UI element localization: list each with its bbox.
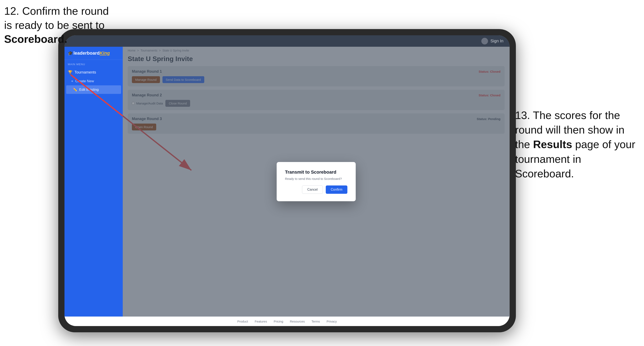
annotation-step13: 13. The scores for the round will then s… — [515, 108, 636, 181]
footer-features[interactable]: Features — [254, 320, 267, 323]
logo-leaderboard: leaderboard — [74, 50, 100, 56]
tournaments-label: Tournaments — [74, 70, 96, 75]
main-menu-label: MAIN MENU — [64, 60, 123, 67]
plus-icon: + — [71, 79, 73, 83]
footer-terms[interactable]: Terms — [312, 320, 320, 323]
avatar — [481, 38, 488, 44]
confirm-button[interactable]: Confirm — [326, 185, 348, 194]
dialog-title: Transmit to Scoreboard — [285, 170, 348, 175]
app-container: Sign In 🎓 leaderboard King MAIN MENU — [64, 35, 510, 326]
footer: Product Features Pricing Resources Terms… — [64, 317, 510, 326]
sidebar: 🎓 leaderboard King MAIN MENU 🏆 Tournamen… — [64, 47, 123, 317]
sidebar-item-create-new[interactable]: + Create New — [64, 77, 123, 85]
top-bar: Sign In — [64, 35, 510, 47]
footer-privacy[interactable]: Privacy — [326, 320, 337, 323]
create-new-label: Create New — [75, 79, 94, 83]
trophy-icon: 🏆 — [68, 70, 72, 75]
footer-product[interactable]: Product — [237, 320, 248, 323]
dialog-buttons: Cancel Confirm — [285, 185, 348, 194]
annotation-step12: 12. Confirm the round is ready to be sen… — [4, 4, 109, 46]
footer-resources[interactable]: Resources — [290, 320, 305, 323]
dialog-subtitle: Ready to send this round to Scoreboard? — [285, 177, 348, 180]
logo-hat-icon: 🎓 — [68, 51, 73, 56]
sidebar-item-tournaments[interactable]: 🏆 Tournaments — [64, 67, 123, 77]
edit-icon: ✏️ — [73, 87, 77, 92]
edit-existing-label: Edit Existing — [79, 88, 99, 92]
signin-label[interactable]: Sign In — [490, 39, 504, 43]
sidebar-item-edit-existing[interactable]: ✏️ Edit Existing — [66, 85, 121, 94]
cancel-button[interactable]: Cancel — [302, 185, 323, 194]
footer-pricing[interactable]: Pricing — [274, 320, 283, 323]
tablet-screen: Sign In 🎓 leaderboard King MAIN MENU — [64, 35, 510, 326]
logo-king: King — [100, 50, 110, 56]
logo-area: 🎓 leaderboard King — [64, 47, 123, 60]
transmit-dialog: Transmit to Scoreboard Ready to send thi… — [277, 162, 356, 201]
user-menu[interactable]: Sign In — [481, 38, 504, 44]
modal-overlay: Transmit to Scoreboard Ready to send thi… — [123, 47, 510, 317]
main-area: 🎓 leaderboard King MAIN MENU 🏆 Tournamen… — [64, 47, 510, 317]
content-area: Home > Tournaments > State U Spring Invi… — [123, 47, 510, 317]
tablet-device: Sign In 🎓 leaderboard King MAIN MENU — [58, 29, 516, 332]
logo: 🎓 leaderboard King — [68, 50, 120, 56]
